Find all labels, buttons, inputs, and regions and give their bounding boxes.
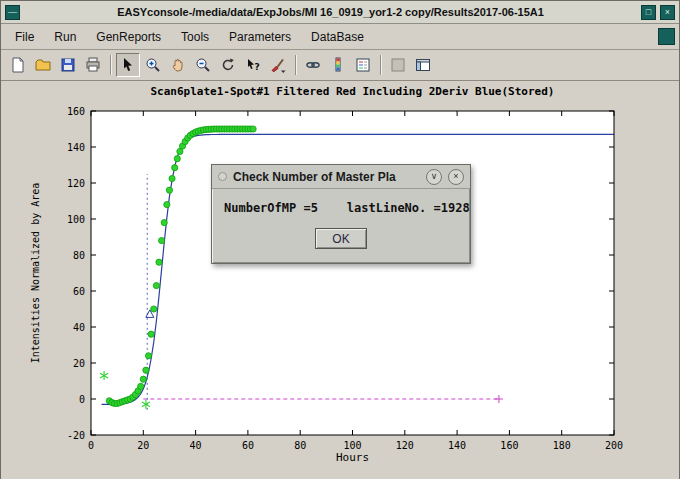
svg-text:0: 0 [79,394,85,405]
dialog-title: Check Number of Master Pla [233,170,420,184]
svg-text:120: 120 [67,178,85,189]
menu-item-run[interactable]: Run [44,26,86,48]
menu-corner-box [658,28,675,45]
svg-text:160: 160 [67,106,85,117]
new-figure-button[interactable] [6,53,30,77]
edit-plot-arrow-icon [119,56,137,74]
svg-text:200: 200 [605,440,623,451]
toolbar: ? [1,50,679,81]
svg-text:20: 20 [73,358,85,369]
svg-text:Scan6plate1-Spot#1 Filtered Re: Scan6plate1-Spot#1 Filtered Red Includin… [151,85,555,98]
svg-text:0: 0 [88,440,94,451]
plot-canvas[interactable]: 020406080100120140160180200-200204060801… [1,81,680,479]
print-figure-button[interactable] [81,53,105,77]
svg-text:180: 180 [553,440,571,451]
save-figure-button[interactable] [56,53,80,77]
zoom-in-button[interactable] [141,53,165,77]
zoom-out-button[interactable] [191,53,215,77]
svg-text:20: 20 [137,440,149,451]
edit-plot-arrow-button[interactable] [116,53,140,77]
link-plot-icon [304,56,322,74]
dialog-titlebar[interactable]: Check Number of Master Pla ∨ × [212,165,470,189]
svg-text:Hours: Hours [336,451,369,464]
svg-text:60: 60 [73,286,85,297]
dialog-icon [218,172,227,181]
window-minimize-button[interactable]: — [5,5,20,20]
rotate-3d-button[interactable] [216,53,240,77]
hide-plot-tools-button[interactable] [386,53,410,77]
dialog-message: NumberOfMP =5 lastLineNo. =1928 [224,201,458,215]
svg-text:40: 40 [190,440,202,451]
dialog-body: NumberOfMP =5 lastLineNo. =1928 OK [212,189,470,263]
menu-item-parameters[interactable]: Parameters [219,26,301,48]
toolbar-separator [295,55,296,75]
pan-hand-icon [169,56,187,74]
brush-icon [269,56,287,74]
svg-text:100: 100 [67,214,85,225]
pan-hand-button[interactable] [166,53,190,77]
svg-text:100: 100 [343,440,361,451]
menu-item-genreports[interactable]: GenReports [86,26,171,48]
open-file-button[interactable] [31,53,55,77]
svg-text:-20: -20 [67,430,85,441]
dialog-collapse-button[interactable]: ∨ [426,169,442,185]
menu-item-tools[interactable]: Tools [171,26,219,48]
insert-colorbar-icon [329,56,347,74]
save-figure-icon [59,56,77,74]
dialog-close-button[interactable]: × [448,169,464,185]
window-close-button[interactable]: × [660,5,675,20]
zoom-out-icon [194,56,212,74]
print-figure-icon [84,56,102,74]
svg-text:120: 120 [396,440,414,451]
dialog-check-number-of-master-plates: Check Number of Master Pla ∨ × NumberOfM… [211,164,471,264]
svg-text:80: 80 [73,250,85,261]
toolbar-separator [380,55,381,75]
brush-button[interactable] [266,53,290,77]
data-cursor-icon: ? [244,56,262,74]
menu-item-database[interactable]: DataBase [301,26,374,48]
window-maximize-button[interactable]: □ [641,5,656,20]
window-title: EASYconsole-/media/data/ExpJobs/MI 16_09… [24,6,637,18]
figure-area: 020406080100120140160180200-200204060801… [1,81,679,479]
svg-text:Intensities Normalized by Area: Intensities Normalized by Area [30,183,41,364]
app-window: — EASYconsole-/media/data/ExpJobs/MI 16_… [0,0,680,479]
data-cursor-button[interactable]: ? [241,53,265,77]
insert-colorbar-button[interactable] [326,53,350,77]
rotate-3d-icon [219,56,237,74]
open-file-icon [34,56,52,74]
svg-text:60: 60 [242,440,254,451]
svg-text:140: 140 [67,142,85,153]
menu-item-file[interactable]: File [5,26,44,48]
dialog-ok-button[interactable]: OK [315,228,367,249]
insert-legend-icon [354,56,372,74]
svg-text:?: ? [255,62,260,72]
svg-text:140: 140 [448,440,466,451]
show-plot-tools-icon [414,56,432,74]
show-plot-tools-button[interactable] [411,53,435,77]
svg-text:80: 80 [294,440,306,451]
svg-text:160: 160 [500,440,518,451]
insert-legend-button[interactable] [351,53,375,77]
link-plot-button[interactable] [301,53,325,77]
toolbar-separator [110,55,111,75]
zoom-in-icon [144,56,162,74]
hide-plot-tools-icon [389,56,407,74]
window-titlebar[interactable]: — EASYconsole-/media/data/ExpJobs/MI 16_… [1,1,679,24]
svg-text:40: 40 [73,322,85,333]
new-figure-icon [9,56,27,74]
menu-bar: FileRunGenReportsToolsParametersDataBase [1,24,679,50]
